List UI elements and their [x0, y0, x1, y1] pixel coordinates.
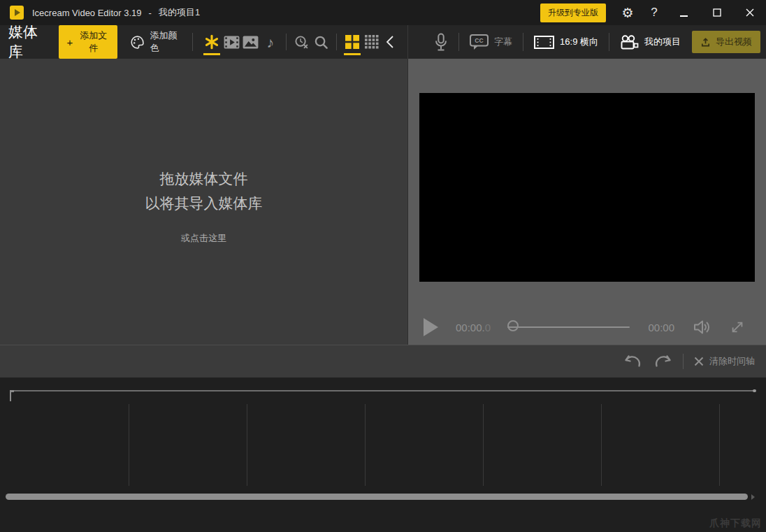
- clear-timeline-button[interactable]: 清除时间轴: [694, 355, 755, 368]
- grid-small-icon: [365, 35, 379, 49]
- toolbar-divider: [286, 34, 287, 50]
- chevron-left-icon: [386, 35, 394, 49]
- track-divider: [365, 404, 366, 486]
- my-projects-label: 我的项目: [644, 36, 681, 48]
- watermark-text: 爪神下载网: [709, 517, 762, 530]
- cc-subtitles-icon: CC: [470, 34, 489, 50]
- timeline-ruler[interactable]: [10, 390, 756, 391]
- seek-slider[interactable]: [507, 320, 630, 334]
- export-upload-icon: [700, 37, 711, 48]
- horizontal-scrollbar[interactable]: [6, 494, 748, 500]
- plus-icon: +: [66, 37, 73, 48]
- timeline-area[interactable]: 爪神下载网: [0, 378, 766, 532]
- filter-all-button[interactable]: [202, 28, 222, 56]
- search-icon: [314, 35, 328, 50]
- aspect-ratio-label: 16:9 横向: [560, 36, 598, 48]
- toolbar-divider: [336, 34, 337, 50]
- drop-files-zone[interactable]: 拖放媒体文件 以将其导入媒体库 或点击这里: [0, 167, 407, 245]
- maximize-button[interactable]: [700, 0, 733, 25]
- track-divider: [483, 404, 484, 486]
- current-time: 00:00.0: [456, 322, 491, 333]
- play-button[interactable]: [424, 318, 438, 336]
- filter-videos-button[interactable]: [222, 28, 241, 56]
- asterisk-icon: [204, 34, 219, 50]
- drop-hint-line1: 拖放媒体文件: [0, 167, 407, 192]
- music-note-icon: ♪: [267, 35, 275, 50]
- filter-photos-button[interactable]: [241, 28, 261, 56]
- preview-toolbar: CC 字幕 16:9 横向: [408, 25, 766, 59]
- app-window: Icecream Video Editor 3.19 - 我的项目1 升级到专业…: [0, 0, 766, 532]
- track-divider: [129, 404, 129, 486]
- clear-x-icon: [694, 357, 704, 366]
- add-files-label: 添加文件: [77, 29, 110, 55]
- volume-button[interactable]: [694, 319, 712, 335]
- collapse-panel-button[interactable]: [382, 31, 398, 52]
- export-video-label: 导出视频: [716, 36, 752, 48]
- clock-remove-icon: [294, 35, 309, 50]
- grid-large-icon: [345, 35, 359, 49]
- video-preview-panel: 00:00.0 00:00: [408, 59, 766, 345]
- record-voice-button[interactable]: [434, 33, 448, 52]
- drop-hint-line2: 以将其导入媒体库: [0, 192, 407, 216]
- my-projects-button[interactable]: 我的项目: [620, 35, 681, 50]
- toolbar-divider: [192, 33, 193, 51]
- titlebar: Icecream Video Editor 3.19 - 我的项目1 升级到专业…: [0, 0, 766, 25]
- svg-text:CC: CC: [475, 37, 483, 44]
- video-preview-surface: [419, 93, 755, 282]
- seek-handle[interactable]: [507, 320, 519, 331]
- media-library-title: 媒体库: [8, 22, 49, 62]
- microphone-icon: [434, 33, 448, 52]
- toolbar-divider: [523, 33, 523, 51]
- ruler-end-cap: [753, 389, 756, 392]
- track-divider: [247, 404, 247, 486]
- add-color-button[interactable]: 添加颜色: [130, 29, 183, 55]
- title-separator: -: [149, 8, 152, 18]
- close-button[interactable]: [733, 0, 766, 25]
- question-icon: ?: [651, 6, 657, 20]
- view-small-grid-button[interactable]: [362, 28, 382, 56]
- toolbar-divider: [683, 354, 684, 369]
- upgrade-to-pro-button[interactable]: 升级到专业版: [540, 3, 606, 22]
- add-color-label: 添加颜色: [150, 29, 184, 55]
- track-divider: [601, 404, 602, 486]
- fullscreen-button[interactable]: [730, 319, 745, 335]
- scrollbar-right-arrow[interactable]: [751, 494, 755, 500]
- speaker-icon: [694, 319, 712, 335]
- film-icon: [224, 36, 240, 49]
- unused-files-filter-button[interactable]: [292, 28, 312, 56]
- add-files-button[interactable]: + 添加文件: [59, 25, 117, 59]
- toolbar-divider: [458, 33, 459, 51]
- undo-button[interactable]: [623, 354, 642, 369]
- export-video-button[interactable]: 导出视频: [692, 31, 760, 53]
- subtitles-button[interactable]: CC 字幕: [470, 34, 512, 50]
- playhead-marker[interactable]: [10, 390, 11, 401]
- gear-icon: ⚙: [621, 6, 633, 20]
- total-time: 00:00: [648, 322, 674, 333]
- view-large-grid-button[interactable]: [342, 28, 362, 56]
- play-icon: [424, 318, 438, 336]
- palette-icon: [130, 34, 145, 50]
- project-name: 我的项目1: [159, 6, 200, 19]
- movie-camera-icon: [620, 35, 639, 50]
- current-time-fraction: 0: [485, 322, 491, 333]
- drop-hint-click-here: 或点击这里: [0, 232, 407, 245]
- settings-button[interactable]: ⚙: [614, 0, 641, 25]
- minimize-button[interactable]: [667, 0, 700, 25]
- app-logo-icon: [10, 6, 24, 20]
- redo-button[interactable]: [654, 354, 672, 369]
- subtitles-label: 字幕: [494, 36, 512, 48]
- app-title: Icecream Video Editor 3.19: [32, 8, 142, 18]
- search-button[interactable]: [311, 28, 331, 56]
- timeline-toolbar: 清除时间轴: [0, 345, 766, 378]
- media-library-panel[interactable]: 拖放媒体文件 以将其导入媒体库 或点击这里: [0, 59, 408, 345]
- seek-track[interactable]: [507, 326, 630, 328]
- undo-icon: [623, 354, 642, 369]
- minimize-icon: [680, 15, 688, 17]
- image-icon: [243, 36, 259, 49]
- aspect-ratio-button[interactable]: 16:9 横向: [534, 36, 598, 49]
- maximize-icon: [713, 8, 721, 17]
- filter-audio-button[interactable]: ♪: [261, 28, 280, 56]
- redo-icon: [654, 354, 672, 369]
- help-button[interactable]: ?: [641, 0, 667, 25]
- main-toolbar: 媒体库 + 添加文件 添加颜色: [0, 25, 766, 59]
